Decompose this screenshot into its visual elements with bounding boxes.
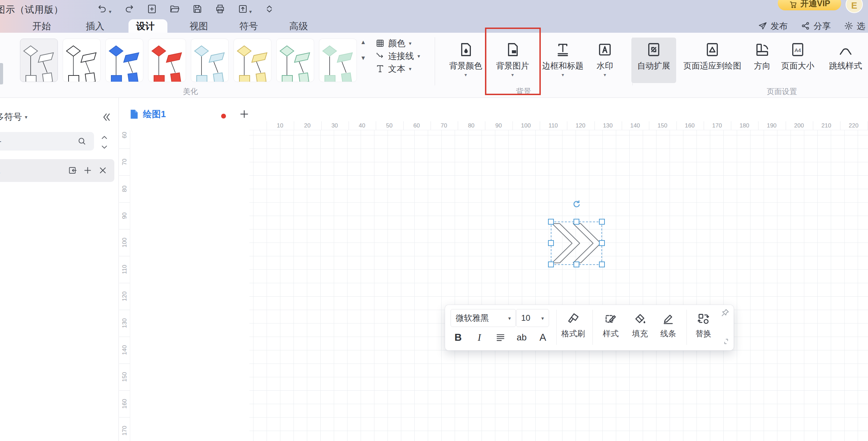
selection-handle[interactable] [574,219,579,225]
font-family-select[interactable]: 微软雅黑▾ [451,309,516,327]
bold-button[interactable]: B [451,332,466,343]
bg-color-icon [458,40,474,55]
h-ruler-line [458,121,458,130]
tab-插入[interactable]: 插入 [74,19,116,33]
symbol-sidebar: 多符号 ▾ 号 库 [0,98,119,441]
selected-shape[interactable] [551,222,601,264]
selection-handle[interactable] [599,240,605,246]
替换-button[interactable]: 替换 [689,309,718,346]
theme-scroll-up-button[interactable]: ▲ [360,39,366,46]
theme-thumbnail-1[interactable] [20,39,58,82]
h-ruler-line [431,121,431,130]
theme-thumbnail-4[interactable] [148,39,186,82]
add-page-button[interactable] [239,109,249,119]
跳线样式-button[interactable]: 跳线样式 [823,38,868,83]
tab-设计[interactable]: 设计 [125,19,166,33]
v-ruler-tick: 110 [121,263,128,276]
library-label-fragment: 库 [0,165,0,177]
tab-高级[interactable]: 高级 [278,19,319,33]
selection-handle[interactable] [548,219,554,225]
drawing-canvas[interactable]: 微软雅黑▾ 10▾ BIabA 格式刷样式填充线条替换 [249,130,868,441]
连接线-dropdown[interactable]: 连接线▾ [375,50,420,61]
share-button[interactable]: 分享 [801,20,831,32]
window-actions: 发布分享选 [758,19,868,32]
rotate-handle-icon[interactable] [571,199,582,210]
selection-handle[interactable] [548,240,554,246]
颜色-dropdown[interactable]: 颜色▾ [375,38,412,49]
page-setup-section-label: 页面设置 [767,86,797,97]
collapse-ribbon-button[interactable] [264,4,275,14]
线条-button[interactable]: 线条 [654,309,683,346]
avatar[interactable]: E [846,0,863,13]
pin-toolbar-icon[interactable] [721,308,730,317]
样式-button[interactable]: 样式 [596,309,625,346]
v-ruler-line [119,337,130,337]
自动扩展-button[interactable]: 自动扩展 [631,38,676,83]
h-ruler-line [868,121,868,130]
export-button[interactable]: ▾ [238,4,252,14]
chevron-down-icon: ▾ [417,53,420,59]
vip-button[interactable]: 开通VIP [778,0,841,10]
theme-thumbnail-3[interactable] [105,39,143,82]
背景颜色-button[interactable]: 背景颜色▾ [443,38,488,83]
undo-button[interactable]: ▾ [97,4,112,14]
drawing-tab[interactable]: 绘图1 [130,108,166,120]
h-ruler-line [349,121,349,130]
redo-button[interactable] [124,4,134,14]
v-ruler-tick: 120 [121,289,128,303]
theme-thumbnail-6[interactable] [234,39,271,82]
页面适应到绘图-button[interactable]: 页面适应到绘图 [676,38,748,83]
print-button[interactable] [215,4,225,14]
group-divider [435,37,435,85]
水印-button[interactable]: 水印▾ [582,38,627,83]
font-size-select[interactable]: 10▾ [516,309,549,327]
h-ruler-tick: 70 [437,122,451,129]
close-library-icon[interactable] [98,166,107,175]
font-color-button[interactable]: A [535,332,550,343]
selection-handle[interactable] [548,261,554,267]
import-library-icon[interactable] [68,166,77,175]
sidebar-header[interactable]: 多符号 ▾ [0,111,28,123]
theme-scroll-down-button[interactable]: ▼ [360,55,366,62]
theme-thumbnail-2[interactable] [63,39,101,82]
new-file-button[interactable] [147,4,157,14]
line-icon [661,310,675,324]
theme-thumbnail-8[interactable] [319,39,357,82]
页面大小-button[interactable]: A4页面大小 [775,38,820,83]
watermark-icon [597,40,613,55]
resize-toolbar-icon[interactable] [721,337,730,346]
open-folder-button[interactable] [169,4,180,14]
collapse-sidebar-button[interactable] [101,112,112,123]
search-icon[interactable] [77,136,86,146]
search-prev-button[interactable] [100,133,109,142]
填充-button[interactable]: 填充 [626,309,654,346]
tab-开始[interactable]: 开始 [21,19,62,33]
theme-thumbnail-7[interactable] [276,39,314,82]
align-button[interactable] [493,332,508,342]
tab-符号[interactable]: 符号 [228,19,269,33]
undo-icon [97,4,107,14]
text-style-button[interactable]: ab [514,332,529,343]
h-ruler-tick: 200 [792,122,806,129]
h-ruler-line [403,121,404,130]
gear-icon [844,21,854,31]
selection-handle[interactable] [599,261,605,267]
fill-icon [633,310,647,324]
symbol-search-input[interactable]: 号 [0,132,94,151]
theme-thumbnail-5[interactable] [191,39,229,82]
selection-handle[interactable] [574,261,579,267]
search-next-button[interactable] [100,143,109,152]
文本-dropdown[interactable]: 文本▾ [375,63,412,74]
h-ruler-tick: 180 [737,122,751,129]
selection-handle[interactable] [599,219,605,225]
add-library-icon[interactable] [83,166,92,175]
publish-button[interactable]: 发布 [758,20,788,32]
gear-button[interactable]: 选 [844,20,868,32]
tab-视图[interactable]: 视图 [178,19,219,33]
边框和标题-button[interactable]: 边框和标题▾ [537,38,589,83]
italic-button[interactable]: I [472,332,487,343]
save-button[interactable] [192,4,203,14]
格式刷-button[interactable]: 格式刷 [559,309,588,346]
floating-format-toolbar: 微软雅黑▾ 10▾ BIabA 格式刷样式填充线条替换 [445,305,734,350]
h-ruler-tick: 160 [683,122,697,129]
